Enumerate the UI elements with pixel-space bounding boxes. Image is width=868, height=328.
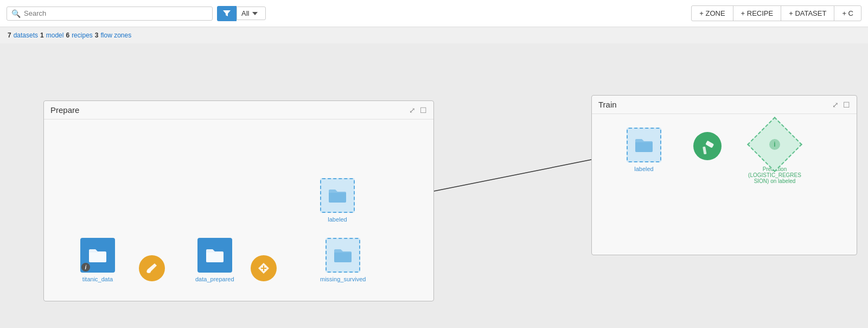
svg-rect-17 [705, 141, 714, 148]
zone-train-title: Train [598, 100, 617, 109]
hammer-icon [699, 138, 716, 154]
folder-icon-5 [634, 137, 654, 153]
zone-prepare-title: Prepare [50, 105, 79, 115]
info-badge: i [81, 263, 90, 272]
add-dataset-button[interactable]: + DATASET [781, 5, 834, 21]
flow-canvas: Prepare ⤢ ☐ Train ⤢ ☐ i titanic_data [0, 43, 868, 328]
zones-link[interactable]: flow zones [101, 31, 132, 39]
folder-icon [88, 247, 107, 263]
stats-bar: 7 datasets 1 model 6 recipes 3 flow zone… [0, 27, 868, 43]
search-icon: 🔍 [11, 9, 21, 18]
datasets-count: 7 [8, 31, 11, 39]
brush-icon [145, 261, 159, 275]
recipes-count: 6 [66, 31, 69, 39]
node-train-recipe[interactable] [693, 132, 722, 160]
zones-count: 3 [95, 31, 99, 39]
node-labeled-prepare-label: labeled [328, 216, 347, 223]
filter-select[interactable]: All [237, 7, 266, 20]
folder-icon-4 [333, 247, 353, 263]
search-input[interactable] [24, 9, 208, 17]
node-recipe-split[interactable] [251, 255, 277, 281]
node-recipe-brush[interactable] [139, 255, 165, 281]
zone-train-window[interactable]: ☐ [843, 100, 850, 109]
add-zone-button[interactable]: + ZONE [691, 5, 733, 21]
zone-train-controls: ⤢ ☐ [832, 100, 850, 109]
prediction-icon: i [767, 137, 782, 152]
filter-button[interactable] [217, 6, 237, 21]
chevron-down-icon [252, 12, 258, 15]
folder-icon-3 [328, 187, 347, 204]
zone-prepare-header: Prepare ⤢ ☐ [44, 101, 433, 119]
model-link[interactable]: model [46, 31, 64, 39]
model-count: 1 [40, 31, 44, 39]
svg-text:i: i [774, 141, 775, 148]
node-labeled-train-label: labeled [634, 166, 653, 172]
zone-prepare-expand[interactable]: ⤢ [409, 106, 416, 115]
node-labeled-train[interactable]: labeled [627, 128, 661, 172]
search-box[interactable]: 🔍 [7, 7, 213, 21]
node-missing-survived[interactable]: missing_survived [320, 238, 366, 282]
node-missing-survived-label: missing_survived [320, 276, 366, 282]
zone-prepare-controls: ⤢ ☐ [409, 106, 427, 115]
zone-train: Train ⤢ ☐ [591, 95, 857, 255]
topbar: 🔍 All + ZONE + RECIPE + DATASET + C [0, 0, 868, 27]
recipes-link[interactable]: recipes [72, 31, 93, 39]
node-titanic-data[interactable]: i titanic_data [80, 238, 115, 282]
zone-train-expand[interactable]: ⤢ [832, 100, 839, 109]
zone-train-header: Train ⤢ ☐ [592, 96, 857, 114]
datasets-link[interactable]: datasets [14, 31, 38, 39]
node-labeled-prepare[interactable]: labeled [320, 178, 355, 223]
node-prediction[interactable]: i Prediction (LOGISTIC_REGRESSION) on la… [748, 125, 802, 184]
node-data-prepared-label: data_prepared [195, 276, 234, 282]
folder-icon-2 [205, 247, 225, 263]
svg-point-14 [148, 270, 151, 273]
zone-prepare-window[interactable]: ☐ [420, 106, 427, 115]
svg-rect-18 [703, 147, 706, 154]
node-titanic-label: titanic_data [82, 276, 113, 282]
topbar-actions: + ZONE + RECIPE + DATASET + C [692, 5, 861, 21]
add-recipe-button[interactable]: + RECIPE [733, 5, 782, 21]
filter-value: All [241, 9, 249, 17]
add-extra-button[interactable]: + C [834, 5, 861, 21]
split-icon [257, 261, 271, 275]
node-data-prepared[interactable]: data_prepared [195, 238, 234, 282]
